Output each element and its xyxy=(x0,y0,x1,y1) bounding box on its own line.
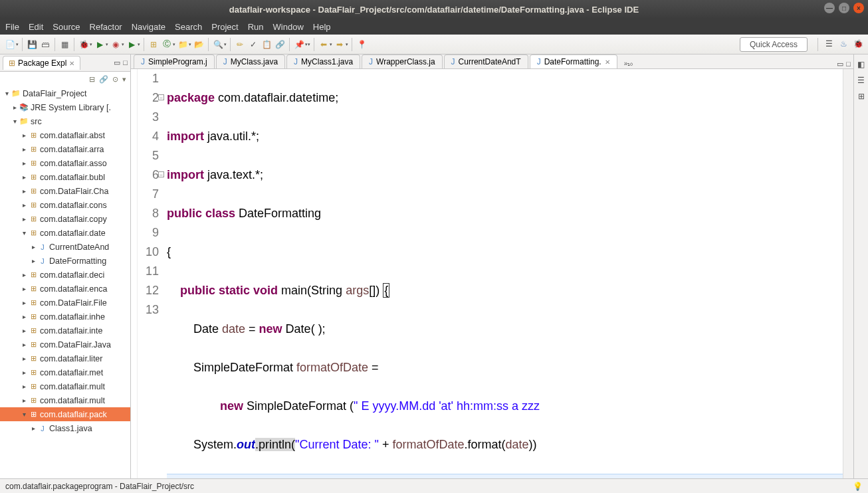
task-list-icon[interactable]: ☰ xyxy=(857,76,865,85)
clipboard-icon[interactable]: 📋 xyxy=(261,39,272,50)
package-node[interactable]: ▸⊞com.dataflair.met xyxy=(0,365,130,379)
menu-source[interactable]: Source xyxy=(53,22,80,32)
editor-tab[interactable]: JCurrentDateAndT xyxy=(444,54,528,68)
minimize-view-icon[interactable]: ▭ xyxy=(837,60,843,68)
editor-tab[interactable]: JWrapperClass.ja xyxy=(362,54,442,68)
save-all-icon[interactable]: 🗃 xyxy=(39,39,51,50)
package-node[interactable]: ▸⊞com.dataflair.mult xyxy=(0,393,130,407)
editor-tab[interactable]: JMyClass.java xyxy=(216,54,285,68)
menu-help[interactable]: Help xyxy=(313,22,331,32)
menu-project[interactable]: Project xyxy=(211,22,238,32)
dropdown-icon[interactable]: ▾ xyxy=(346,42,348,47)
close-icon[interactable]: ✕ xyxy=(69,60,74,67)
package-node-selected[interactable]: ▾⊞com.dataflair.pack xyxy=(0,407,130,421)
maximize-view-icon[interactable]: □ xyxy=(123,58,128,67)
editor-tab[interactable]: JMyClass1.java xyxy=(286,54,360,68)
src-node[interactable]: ▾📁src xyxy=(0,114,130,128)
menu-run[interactable]: Run xyxy=(248,22,264,32)
editor-tab-active[interactable]: JDateFormatting.✕ xyxy=(530,54,617,68)
collapse-all-icon[interactable]: ⊟ xyxy=(89,75,95,84)
java-file-node[interactable]: ▸JCurrentDateAnd xyxy=(0,240,130,254)
open-type-icon[interactable]: 📂 xyxy=(193,39,205,50)
package-node[interactable]: ▸⊞com.DataFlair.Java xyxy=(0,338,130,351)
package-node[interactable]: ▸⊞com.dataflair.abst xyxy=(0,128,130,142)
package-node-open[interactable]: ▾⊞com.dataflair.date xyxy=(0,226,130,240)
new-class-icon[interactable]: Ⓒ xyxy=(161,39,173,50)
menu-window[interactable]: Window xyxy=(273,22,304,32)
menu-edit[interactable]: Edit xyxy=(29,22,43,32)
java-file-node[interactable]: ▸JDateFormatting xyxy=(0,254,130,268)
dropdown-icon[interactable]: ▾ xyxy=(122,42,124,47)
coverage-icon[interactable]: ◉ xyxy=(110,39,122,50)
open-perspective-icon[interactable]: ☰ xyxy=(823,38,835,50)
marker-bar[interactable] xyxy=(131,69,138,478)
outline-icon[interactable]: ⊞ xyxy=(858,92,865,101)
focus-icon[interactable]: ⊙ xyxy=(112,75,118,84)
code-editor[interactable]: 12–3456–78910111213 package com.dataflai… xyxy=(131,69,853,478)
dropdown-icon[interactable]: ▾ xyxy=(173,42,175,47)
package-node[interactable]: ▸⊞com.DataFlair.Cha xyxy=(0,184,130,198)
package-tree[interactable]: ▾📁DataFlair_Project ▸📚JRE System Library… xyxy=(0,86,130,478)
minimize-button[interactable]: — xyxy=(824,3,835,13)
jre-node[interactable]: ▸📚JRE System Library [. xyxy=(0,100,130,114)
wand-icon[interactable]: ✏ xyxy=(234,39,246,50)
package-node[interactable]: ▸⊞com.dataflair.bubl xyxy=(0,170,130,184)
dropdown-icon[interactable]: ▾ xyxy=(106,42,108,47)
save-icon[interactable]: 💾 xyxy=(26,39,38,50)
package-node[interactable]: ▸⊞com.dataflair.cons xyxy=(0,198,130,212)
task-icon[interactable]: ✓ xyxy=(247,39,259,50)
overview-ruler[interactable] xyxy=(843,69,853,478)
link-icon[interactable]: 🔗 xyxy=(274,39,286,50)
package-node[interactable]: ▸⊞com.dataflair.liter xyxy=(0,351,130,365)
close-button[interactable]: × xyxy=(853,3,864,13)
project-node[interactable]: ▾📁DataFlair_Project xyxy=(0,86,130,100)
dropdown-icon[interactable]: ▾ xyxy=(308,42,310,47)
package-node[interactable]: ▸⊞com.dataflair.asso xyxy=(0,156,130,170)
package-node[interactable]: ▸⊞com.dataflair.deci xyxy=(0,268,130,282)
back-icon[interactable]: ⬅ xyxy=(318,39,330,50)
package-node[interactable]: ▸⊞com.dataflair.arra xyxy=(0,142,130,156)
search-icon[interactable]: 🔍 xyxy=(212,39,224,50)
pin-editor-icon[interactable]: 📍 xyxy=(356,39,368,50)
debug-icon[interactable]: 🐞 xyxy=(78,39,90,50)
run-icon[interactable]: ▶ xyxy=(94,39,106,50)
dropdown-icon[interactable]: ▾ xyxy=(224,42,227,47)
editor-tab[interactable]: JSimpleProgram.j xyxy=(134,54,215,68)
dropdown-icon[interactable]: ▾ xyxy=(138,42,140,47)
new-package-icon[interactable]: ⊞ xyxy=(148,39,160,50)
quick-access-input[interactable]: Quick Access xyxy=(740,37,808,52)
package-node[interactable]: ▸⊞com.dataflair.enca xyxy=(0,282,130,296)
toggle-icon[interactable]: ▦ xyxy=(58,39,70,50)
code-body[interactable]: package com.dataflair.datetime; import j… xyxy=(163,69,843,478)
line-number-ruler[interactable]: 12–3456–78910111213 xyxy=(138,69,163,478)
run-last-icon[interactable]: ▶ xyxy=(126,39,138,50)
java-perspective-icon[interactable]: ♨ xyxy=(837,38,849,50)
tip-icon[interactable]: 💡 xyxy=(853,482,863,491)
menu-search[interactable]: Search xyxy=(175,22,202,32)
new-folder-icon[interactable]: 📁 xyxy=(177,39,189,50)
dropdown-icon[interactable]: ▾ xyxy=(90,42,92,47)
java-file-node[interactable]: ▸JClass1.java xyxy=(0,421,130,435)
dropdown-icon[interactable]: ▾ xyxy=(16,42,19,47)
package-node[interactable]: ▸⊞com.dataflair.inhe xyxy=(0,310,130,324)
package-node[interactable]: ▸⊞com.DataFlair.File xyxy=(0,296,130,310)
view-menu-icon[interactable]: ▾ xyxy=(122,75,126,84)
link-editor-icon[interactable]: 🔗 xyxy=(99,75,108,84)
new-icon[interactable]: 📄 xyxy=(4,39,16,50)
pin-icon[interactable]: 📌 xyxy=(293,39,305,50)
package-node[interactable]: ▸⊞com.dataflair.mult xyxy=(0,379,130,393)
dropdown-icon[interactable]: ▾ xyxy=(330,42,332,47)
close-icon[interactable]: ✕ xyxy=(605,58,610,66)
restore-icon[interactable]: ◧ xyxy=(857,60,865,69)
menu-refactor[interactable]: Refactor xyxy=(90,22,122,32)
tab-overflow[interactable]: »₁₀ xyxy=(621,58,636,68)
debug-perspective-icon[interactable]: 🐞 xyxy=(852,38,864,50)
maximize-button[interactable]: □ xyxy=(839,3,849,13)
package-explorer-tab[interactable]: ⊞ Package Expl ✕ xyxy=(3,56,80,70)
maximize-view-icon[interactable]: □ xyxy=(846,60,851,68)
menu-file[interactable]: File xyxy=(5,22,19,32)
package-node[interactable]: ▸⊞com.dataflair.copy xyxy=(0,212,130,226)
dropdown-icon[interactable]: ▾ xyxy=(189,42,191,47)
forward-icon[interactable]: ➡ xyxy=(334,39,346,50)
minimize-view-icon[interactable]: ▭ xyxy=(114,58,120,67)
